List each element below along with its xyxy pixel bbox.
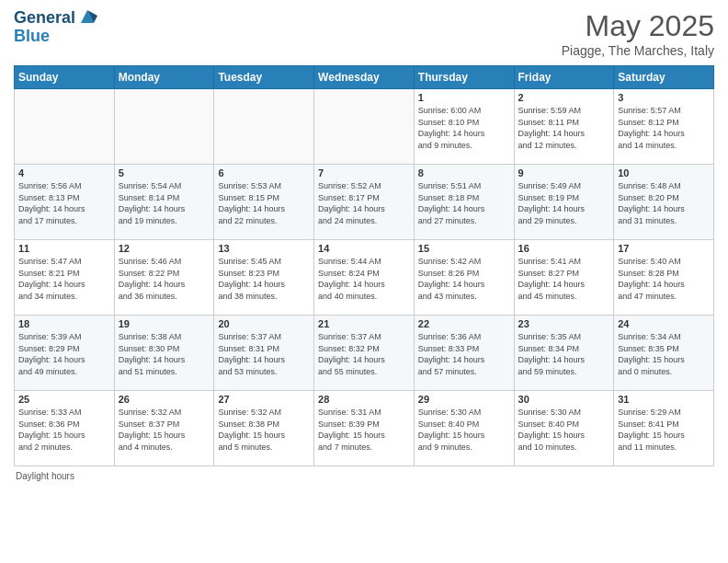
day-cell: 18Sunrise: 5:39 AM Sunset: 8:29 PM Dayli…	[15, 316, 115, 391]
week-row-3: 11Sunrise: 5:47 AM Sunset: 8:21 PM Dayli…	[15, 240, 714, 316]
day-info: Sunrise: 5:41 AM Sunset: 8:27 PM Dayligh…	[518, 256, 610, 302]
day-cell	[15, 89, 115, 165]
day-info: Sunrise: 5:34 AM Sunset: 8:35 PM Dayligh…	[618, 331, 710, 377]
daylight-label: Daylight hours	[16, 471, 74, 481]
logo-blue: Blue	[14, 28, 97, 46]
day-cell: 7Sunrise: 5:52 AM Sunset: 8:17 PM Daylig…	[314, 165, 415, 240]
day-cell: 20Sunrise: 5:37 AM Sunset: 8:31 PM Dayli…	[214, 316, 314, 391]
day-cell: 3Sunrise: 5:57 AM Sunset: 8:12 PM Daylig…	[614, 89, 714, 165]
day-cell: 13Sunrise: 5:45 AM Sunset: 8:23 PM Dayli…	[214, 240, 314, 316]
page: General Blue May 2025 Piagge, The Marche…	[0, 0, 728, 563]
day-info: Sunrise: 5:42 AM Sunset: 8:26 PM Dayligh…	[418, 256, 510, 302]
day-number: 22	[418, 318, 510, 329]
day-cell: 6Sunrise: 5:53 AM Sunset: 8:15 PM Daylig…	[214, 165, 314, 240]
day-info: Sunrise: 5:32 AM Sunset: 8:37 PM Dayligh…	[119, 407, 210, 453]
day-number: 23	[518, 318, 610, 329]
day-info: Sunrise: 5:52 AM Sunset: 8:17 PM Dayligh…	[318, 180, 410, 226]
column-header-monday: Monday	[114, 66, 214, 89]
day-number: 26	[119, 394, 210, 405]
day-cell: 14Sunrise: 5:44 AM Sunset: 8:24 PM Dayli…	[314, 240, 415, 316]
day-cell: 2Sunrise: 5:59 AM Sunset: 8:11 PM Daylig…	[514, 89, 614, 165]
month-title: May 2025	[562, 9, 714, 43]
day-info: Sunrise: 5:33 AM Sunset: 8:36 PM Dayligh…	[18, 407, 110, 453]
day-cell: 21Sunrise: 5:37 AM Sunset: 8:32 PM Dayli…	[314, 316, 415, 391]
calendar: SundayMondayTuesdayWednesdayThursdayFrid…	[14, 65, 714, 466]
footer: Daylight hours	[14, 471, 714, 481]
day-cell: 27Sunrise: 5:32 AM Sunset: 8:38 PM Dayli…	[214, 391, 314, 466]
day-number: 11	[18, 243, 110, 254]
day-info: Sunrise: 5:35 AM Sunset: 8:34 PM Dayligh…	[518, 331, 610, 377]
day-cell: 25Sunrise: 5:33 AM Sunset: 8:36 PM Dayli…	[15, 391, 115, 466]
day-cell: 30Sunrise: 5:30 AM Sunset: 8:40 PM Dayli…	[514, 391, 614, 466]
logo: General Blue	[14, 9, 97, 46]
day-cell: 4Sunrise: 5:56 AM Sunset: 8:13 PM Daylig…	[15, 165, 115, 240]
day-number: 8	[418, 167, 510, 178]
day-info: Sunrise: 5:48 AM Sunset: 8:20 PM Dayligh…	[618, 180, 710, 226]
day-cell	[214, 89, 314, 165]
header-row: SundayMondayTuesdayWednesdayThursdayFrid…	[15, 66, 714, 89]
day-number: 24	[618, 318, 710, 329]
day-info: Sunrise: 6:00 AM Sunset: 8:10 PM Dayligh…	[418, 105, 510, 151]
day-info: Sunrise: 5:32 AM Sunset: 8:38 PM Dayligh…	[218, 407, 310, 453]
week-row-2: 4Sunrise: 5:56 AM Sunset: 8:13 PM Daylig…	[15, 165, 714, 240]
day-info: Sunrise: 5:59 AM Sunset: 8:11 PM Dayligh…	[518, 105, 610, 151]
day-info: Sunrise: 5:30 AM Sunset: 8:40 PM Dayligh…	[518, 407, 610, 453]
day-cell: 19Sunrise: 5:38 AM Sunset: 8:30 PM Dayli…	[114, 316, 214, 391]
day-info: Sunrise: 5:51 AM Sunset: 8:18 PM Dayligh…	[418, 180, 510, 226]
logo-icon	[77, 6, 97, 27]
title-area: May 2025 Piagge, The Marches, Italy	[562, 9, 714, 58]
day-number: 16	[518, 243, 610, 254]
day-number: 29	[418, 394, 510, 405]
week-row-4: 18Sunrise: 5:39 AM Sunset: 8:29 PM Dayli…	[15, 316, 714, 391]
day-number: 17	[618, 243, 710, 254]
day-cell: 26Sunrise: 5:32 AM Sunset: 8:37 PM Dayli…	[114, 391, 214, 466]
day-info: Sunrise: 5:53 AM Sunset: 8:15 PM Dayligh…	[218, 180, 310, 226]
day-info: Sunrise: 5:45 AM Sunset: 8:23 PM Dayligh…	[218, 256, 310, 302]
day-number: 4	[18, 167, 110, 178]
day-info: Sunrise: 5:54 AM Sunset: 8:14 PM Dayligh…	[119, 180, 210, 226]
day-info: Sunrise: 5:37 AM Sunset: 8:31 PM Dayligh…	[218, 331, 310, 377]
column-header-wednesday: Wednesday	[314, 66, 415, 89]
location: Piagge, The Marches, Italy	[562, 43, 714, 58]
day-info: Sunrise: 5:36 AM Sunset: 8:33 PM Dayligh…	[418, 331, 510, 377]
day-cell: 10Sunrise: 5:48 AM Sunset: 8:20 PM Dayli…	[614, 165, 714, 240]
column-header-thursday: Thursday	[414, 66, 514, 89]
day-info: Sunrise: 5:49 AM Sunset: 8:19 PM Dayligh…	[518, 180, 610, 226]
day-cell: 1Sunrise: 6:00 AM Sunset: 8:10 PM Daylig…	[414, 89, 514, 165]
day-number: 15	[418, 243, 510, 254]
day-cell: 17Sunrise: 5:40 AM Sunset: 8:28 PM Dayli…	[614, 240, 714, 316]
day-info: Sunrise: 5:39 AM Sunset: 8:29 PM Dayligh…	[18, 331, 110, 377]
day-cell: 15Sunrise: 5:42 AM Sunset: 8:26 PM Dayli…	[414, 240, 514, 316]
column-header-saturday: Saturday	[614, 66, 714, 89]
day-number: 2	[518, 92, 610, 103]
day-info: Sunrise: 5:38 AM Sunset: 8:30 PM Dayligh…	[119, 331, 210, 377]
day-number: 6	[218, 167, 310, 178]
day-number: 3	[618, 92, 710, 103]
day-cell: 9Sunrise: 5:49 AM Sunset: 8:19 PM Daylig…	[514, 165, 614, 240]
day-number: 12	[119, 243, 210, 254]
logo-text: General	[14, 9, 75, 28]
week-row-1: 1Sunrise: 6:00 AM Sunset: 8:10 PM Daylig…	[15, 89, 714, 165]
day-number: 21	[318, 318, 410, 329]
column-header-friday: Friday	[514, 66, 614, 89]
calendar-body: 1Sunrise: 6:00 AM Sunset: 8:10 PM Daylig…	[15, 89, 714, 466]
day-number: 5	[119, 167, 210, 178]
day-info: Sunrise: 5:40 AM Sunset: 8:28 PM Dayligh…	[618, 256, 710, 302]
day-number: 25	[18, 394, 110, 405]
day-info: Sunrise: 5:56 AM Sunset: 8:13 PM Dayligh…	[18, 180, 110, 226]
day-cell: 12Sunrise: 5:46 AM Sunset: 8:22 PM Dayli…	[114, 240, 214, 316]
day-cell: 29Sunrise: 5:30 AM Sunset: 8:40 PM Dayli…	[414, 391, 514, 466]
day-number: 18	[18, 318, 110, 329]
day-info: Sunrise: 5:30 AM Sunset: 8:40 PM Dayligh…	[418, 407, 510, 453]
day-number: 10	[618, 167, 710, 178]
day-number: 7	[318, 167, 410, 178]
day-cell: 11Sunrise: 5:47 AM Sunset: 8:21 PM Dayli…	[15, 240, 115, 316]
day-number: 31	[618, 394, 710, 405]
day-number: 13	[218, 243, 310, 254]
day-cell: 8Sunrise: 5:51 AM Sunset: 8:18 PM Daylig…	[414, 165, 514, 240]
week-row-5: 25Sunrise: 5:33 AM Sunset: 8:36 PM Dayli…	[15, 391, 714, 466]
day-number: 20	[218, 318, 310, 329]
day-cell: 5Sunrise: 5:54 AM Sunset: 8:14 PM Daylig…	[114, 165, 214, 240]
day-cell: 31Sunrise: 5:29 AM Sunset: 8:41 PM Dayli…	[614, 391, 714, 466]
header: General Blue May 2025 Piagge, The Marche…	[14, 9, 714, 58]
